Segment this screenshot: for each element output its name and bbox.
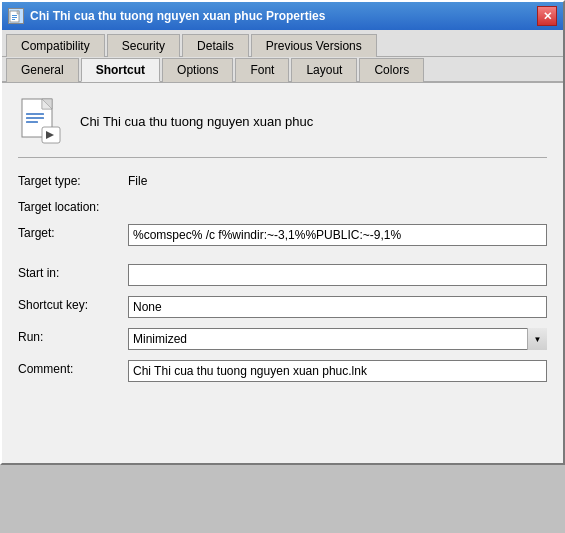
svg-rect-4 — [12, 19, 15, 20]
run-label: Run: — [18, 328, 128, 344]
svg-rect-8 — [26, 113, 44, 115]
run-select[interactable]: Normal window Minimized Maximized — [128, 328, 547, 350]
target-type-value: File — [128, 172, 147, 188]
start-in-input[interactable] — [128, 264, 547, 286]
title-bar: Chi Thi cua thu tuong nguyen xuan phuc P… — [2, 2, 563, 30]
svg-rect-9 — [26, 117, 44, 119]
tab-font[interactable]: Font — [235, 58, 289, 82]
run-row: Run: Normal window Minimized Maximized ▼ — [18, 328, 547, 350]
tab-shortcut[interactable]: Shortcut — [81, 58, 160, 82]
svg-rect-10 — [26, 121, 38, 123]
tabs-row1: Compatibility Security Details Previous … — [2, 30, 563, 57]
tab-general[interactable]: General — [6, 58, 79, 82]
shortcut-key-label: Shortcut key: — [18, 296, 128, 312]
tab-security[interactable]: Security — [107, 34, 180, 57]
target-location-row: Target location: — [18, 198, 547, 214]
svg-rect-2 — [12, 15, 17, 16]
svg-rect-3 — [12, 17, 17, 18]
target-type-row: Target type: File — [18, 172, 547, 188]
content-area: Chi Thi cua thu tuong nguyen xuan phuc T… — [2, 83, 563, 463]
comment-input[interactable] — [128, 360, 547, 382]
tabs-row2: General Shortcut Options Font Layout Col… — [2, 57, 563, 83]
tab-options[interactable]: Options — [162, 58, 233, 82]
start-in-label: Start in: — [18, 264, 128, 280]
properties-window: Chi Thi cua thu tuong nguyen xuan phuc P… — [0, 0, 565, 465]
target-type-label: Target type: — [18, 172, 128, 188]
shortcut-key-input[interactable] — [128, 296, 547, 318]
tab-details[interactable]: Details — [182, 34, 249, 57]
window-icon — [8, 8, 24, 24]
target-label: Target: — [18, 224, 128, 240]
target-row: Target: — [18, 224, 547, 246]
svg-marker-1 — [17, 11, 19, 14]
close-button[interactable]: ✕ — [537, 6, 557, 26]
tab-previous-versions[interactable]: Previous Versions — [251, 34, 377, 57]
file-header: Chi Thi cua thu tuong nguyen xuan phuc — [18, 97, 547, 158]
tab-compatibility[interactable]: Compatibility — [6, 34, 105, 57]
comment-row: Comment: — [18, 360, 547, 382]
title-bar-left: Chi Thi cua thu tuong nguyen xuan phuc P… — [8, 8, 325, 24]
window-title: Chi Thi cua thu tuong nguyen xuan phuc P… — [30, 9, 325, 23]
target-location-label: Target location: — [18, 198, 128, 214]
target-input[interactable] — [128, 224, 547, 246]
shortcut-key-row: Shortcut key: — [18, 296, 547, 318]
run-select-wrapper: Normal window Minimized Maximized ▼ — [128, 328, 547, 350]
comment-label: Comment: — [18, 360, 128, 376]
file-icon — [18, 97, 66, 145]
file-title: Chi Thi cua thu tuong nguyen xuan phuc — [80, 114, 313, 129]
tab-colors[interactable]: Colors — [359, 58, 424, 82]
start-in-row: Start in: — [18, 264, 547, 286]
tab-layout[interactable]: Layout — [291, 58, 357, 82]
